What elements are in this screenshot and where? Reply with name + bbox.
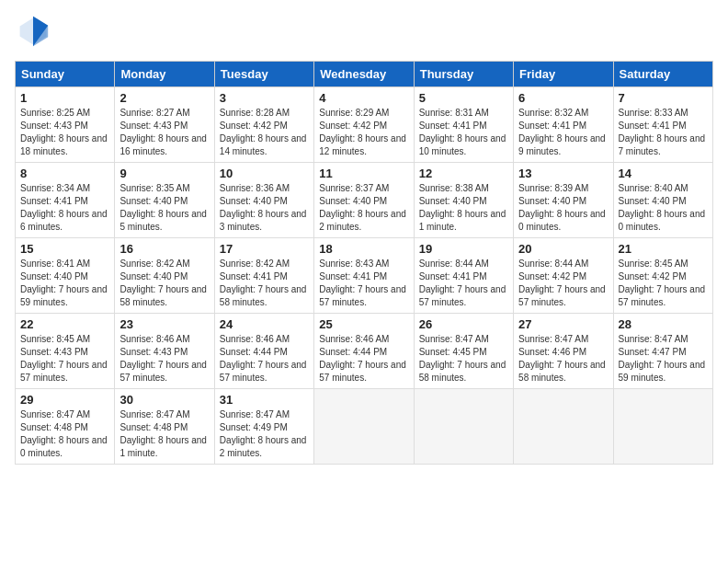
sunset-label: Sunset: 4:43 PM bbox=[20, 121, 88, 131]
sunrise-label: Sunrise: 8:46 AM bbox=[220, 334, 290, 344]
daylight-label: Daylight: 8 hours and 12 minutes. bbox=[319, 133, 406, 156]
day-cell bbox=[314, 389, 414, 465]
day-number: 23 bbox=[119, 317, 209, 331]
day-info: Sunrise: 8:42 AMSunset: 4:40 PMDaylight:… bbox=[119, 258, 209, 309]
day-info: Sunrise: 8:25 AMSunset: 4:43 PMDaylight:… bbox=[20, 107, 109, 158]
day-number: 2 bbox=[119, 91, 209, 105]
sunrise-label: Sunrise: 8:42 AM bbox=[119, 259, 189, 269]
day-cell: 11Sunrise: 8:37 AMSunset: 4:40 PMDayligh… bbox=[314, 163, 414, 238]
sunrise-label: Sunrise: 8:47 AM bbox=[220, 409, 290, 419]
day-number: 3 bbox=[220, 91, 309, 105]
day-info: Sunrise: 8:47 AMSunset: 4:46 PMDaylight:… bbox=[518, 333, 608, 385]
daylight-label: Daylight: 7 hours and 58 minutes. bbox=[220, 284, 307, 307]
sunrise-label: Sunrise: 8:42 AM bbox=[220, 259, 290, 269]
sunset-label: Sunset: 4:43 PM bbox=[119, 121, 188, 131]
day-info: Sunrise: 8:37 AMSunset: 4:40 PMDaylight:… bbox=[319, 182, 408, 234]
day-number: 1 bbox=[20, 91, 109, 105]
sunset-label: Sunset: 4:47 PM bbox=[619, 347, 687, 357]
sunrise-label: Sunrise: 8:27 AM bbox=[119, 108, 189, 118]
sunrise-label: Sunrise: 8:32 AM bbox=[518, 108, 588, 118]
calendar-table: SundayMondayTuesdayWednesdayThursdayFrid… bbox=[15, 61, 713, 465]
day-info: Sunrise: 8:46 AMSunset: 4:44 PMDaylight:… bbox=[220, 333, 309, 385]
sunrise-label: Sunrise: 8:47 AM bbox=[619, 334, 688, 344]
daylight-label: Daylight: 7 hours and 59 minutes. bbox=[20, 284, 108, 307]
sunset-label: Sunset: 4:41 PM bbox=[419, 271, 487, 282]
day-number: 28 bbox=[619, 317, 708, 331]
week-row-1: 1Sunrise: 8:25 AMSunset: 4:43 PMDaylight… bbox=[16, 87, 713, 163]
day-info: Sunrise: 8:39 AMSunset: 4:40 PMDaylight:… bbox=[518, 182, 608, 234]
day-number: 22 bbox=[20, 317, 109, 331]
sunrise-label: Sunrise: 8:47 AM bbox=[518, 334, 588, 344]
day-cell: 23Sunrise: 8:46 AMSunset: 4:43 PMDayligh… bbox=[115, 314, 214, 389]
day-cell: 18Sunrise: 8:43 AMSunset: 4:41 PMDayligh… bbox=[314, 238, 414, 314]
weekday-header-thursday: Thursday bbox=[414, 62, 513, 87]
day-cell: 17Sunrise: 8:42 AMSunset: 4:41 PMDayligh… bbox=[214, 238, 313, 314]
sunset-label: Sunset: 4:40 PM bbox=[220, 196, 288, 206]
daylight-label: Daylight: 7 hours and 57 minutes. bbox=[319, 284, 406, 307]
day-cell: 25Sunrise: 8:46 AMSunset: 4:44 PMDayligh… bbox=[314, 314, 414, 389]
sunrise-label: Sunrise: 8:41 AM bbox=[20, 259, 90, 269]
weekday-header-friday: Friday bbox=[514, 62, 613, 87]
sunset-label: Sunset: 4:40 PM bbox=[619, 196, 687, 206]
day-number: 19 bbox=[419, 242, 508, 256]
sunrise-label: Sunrise: 8:25 AM bbox=[20, 108, 90, 118]
daylight-label: Daylight: 7 hours and 57 minutes. bbox=[20, 360, 108, 383]
daylight-label: Daylight: 8 hours and 0 minutes. bbox=[518, 209, 606, 232]
day-info: Sunrise: 8:31 AMSunset: 4:41 PMDaylight:… bbox=[419, 107, 508, 158]
weekday-header-saturday: Saturday bbox=[613, 62, 712, 87]
day-number: 26 bbox=[419, 317, 508, 331]
weekday-header-row: SundayMondayTuesdayWednesdayThursdayFrid… bbox=[16, 62, 713, 87]
daylight-label: Daylight: 7 hours and 57 minutes. bbox=[419, 284, 506, 307]
day-cell: 1Sunrise: 8:25 AMSunset: 4:43 PMDaylight… bbox=[16, 87, 115, 163]
sunset-label: Sunset: 4:42 PM bbox=[319, 121, 387, 131]
day-cell: 9Sunrise: 8:35 AMSunset: 4:40 PMDaylight… bbox=[115, 163, 214, 238]
sunset-label: Sunset: 4:42 PM bbox=[518, 271, 586, 282]
sunrise-label: Sunrise: 8:34 AM bbox=[20, 183, 90, 193]
day-cell: 30Sunrise: 8:47 AMSunset: 4:48 PMDayligh… bbox=[115, 389, 214, 465]
day-cell: 6Sunrise: 8:32 AMSunset: 4:41 PMDaylight… bbox=[514, 87, 613, 163]
day-number: 31 bbox=[220, 393, 309, 407]
day-cell: 19Sunrise: 8:44 AMSunset: 4:41 PMDayligh… bbox=[414, 238, 513, 314]
sunset-label: Sunset: 4:41 PM bbox=[319, 271, 387, 282]
day-number: 10 bbox=[220, 167, 309, 180]
daylight-label: Daylight: 8 hours and 2 minutes. bbox=[319, 209, 406, 232]
day-number: 24 bbox=[220, 317, 309, 331]
sunrise-label: Sunrise: 8:43 AM bbox=[319, 259, 389, 269]
day-number: 4 bbox=[319, 91, 408, 105]
daylight-label: Daylight: 8 hours and 3 minutes. bbox=[220, 209, 307, 232]
day-info: Sunrise: 8:32 AMSunset: 4:41 PMDaylight:… bbox=[518, 107, 608, 158]
day-info: Sunrise: 8:45 AMSunset: 4:42 PMDaylight:… bbox=[619, 258, 708, 309]
sunset-label: Sunset: 4:40 PM bbox=[119, 271, 188, 282]
sunset-label: Sunset: 4:40 PM bbox=[518, 196, 586, 206]
daylight-label: Daylight: 8 hours and 9 minutes. bbox=[518, 133, 606, 156]
sunset-label: Sunset: 4:41 PM bbox=[220, 271, 288, 282]
day-info: Sunrise: 8:45 AMSunset: 4:43 PMDaylight:… bbox=[20, 333, 109, 385]
day-number: 7 bbox=[619, 91, 708, 105]
header bbox=[15, 15, 713, 52]
day-cell: 4Sunrise: 8:29 AMSunset: 4:42 PMDaylight… bbox=[314, 87, 414, 163]
daylight-label: Daylight: 8 hours and 14 minutes. bbox=[220, 133, 307, 156]
daylight-label: Daylight: 7 hours and 59 minutes. bbox=[619, 360, 706, 383]
day-cell: 8Sunrise: 8:34 AMSunset: 4:41 PMDaylight… bbox=[16, 163, 115, 238]
sunrise-label: Sunrise: 8:29 AM bbox=[319, 108, 389, 118]
sunset-label: Sunset: 4:43 PM bbox=[119, 347, 188, 357]
day-info: Sunrise: 8:41 AMSunset: 4:40 PMDaylight:… bbox=[20, 258, 109, 309]
sunset-label: Sunset: 4:40 PM bbox=[119, 196, 188, 206]
daylight-label: Daylight: 8 hours and 10 minutes. bbox=[419, 133, 506, 156]
sunrise-label: Sunrise: 8:35 AM bbox=[119, 183, 189, 193]
day-number: 14 bbox=[619, 167, 708, 180]
sunset-label: Sunset: 4:40 PM bbox=[319, 196, 387, 206]
daylight-label: Daylight: 7 hours and 57 minutes. bbox=[518, 284, 606, 307]
day-cell: 15Sunrise: 8:41 AMSunset: 4:40 PMDayligh… bbox=[16, 238, 115, 314]
sunrise-label: Sunrise: 8:44 AM bbox=[518, 259, 588, 269]
day-info: Sunrise: 8:33 AMSunset: 4:41 PMDaylight:… bbox=[619, 107, 708, 158]
day-cell: 5Sunrise: 8:31 AMSunset: 4:41 PMDaylight… bbox=[414, 87, 513, 163]
daylight-label: Daylight: 7 hours and 57 minutes. bbox=[619, 284, 706, 307]
sunset-label: Sunset: 4:41 PM bbox=[20, 196, 88, 206]
daylight-label: Daylight: 8 hours and 6 minutes. bbox=[20, 209, 108, 232]
day-info: Sunrise: 8:28 AMSunset: 4:42 PMDaylight:… bbox=[220, 107, 309, 158]
day-cell: 20Sunrise: 8:44 AMSunset: 4:42 PMDayligh… bbox=[514, 238, 613, 314]
day-cell: 7Sunrise: 8:33 AMSunset: 4:41 PMDaylight… bbox=[613, 87, 712, 163]
day-number: 16 bbox=[119, 242, 209, 256]
daylight-label: Daylight: 8 hours and 1 minute. bbox=[119, 435, 207, 458]
